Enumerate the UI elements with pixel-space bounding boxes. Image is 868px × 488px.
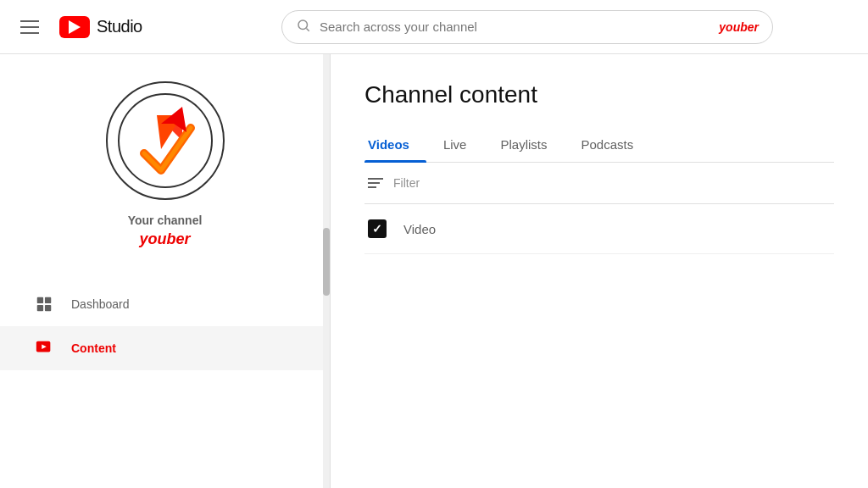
channel-name-sidebar: youber	[139, 230, 190, 248]
svg-rect-7	[37, 305, 43, 311]
channel-label: Your channel	[128, 214, 203, 227]
svg-line-1	[306, 28, 309, 30]
sidebar: Your channel youber Dashboard	[0, 54, 331, 488]
filter-icon	[368, 178, 383, 188]
tab-playlists[interactable]: Playlists	[483, 129, 564, 162]
tab-podcasts[interactable]: Podcasts	[564, 129, 650, 162]
filter-label: Filter	[393, 176, 420, 190]
tab-videos[interactable]: Videos	[364, 129, 426, 162]
dashboard-icon	[34, 294, 54, 314]
svg-rect-5	[37, 297, 43, 303]
dashboard-label: Dashboard	[71, 297, 130, 311]
scrollbar-thumb[interactable]	[323, 228, 330, 296]
search-icon	[296, 18, 311, 36]
header: Studio youber	[0, 0, 868, 54]
sidebar-item-content[interactable]: Content	[0, 326, 330, 370]
video-row-label: Video	[403, 222, 436, 236]
content-label: Content	[71, 341, 116, 355]
video-row[interactable]: Video	[364, 204, 834, 254]
svg-rect-6	[45, 297, 51, 303]
header-left: Studio	[14, 14, 200, 41]
svg-point-0	[298, 20, 308, 30]
youtube-logo-icon	[59, 16, 90, 38]
logo-area: Studio	[59, 16, 142, 38]
nav-items: Dashboard Content	[0, 282, 330, 370]
sidebar-item-dashboard[interactable]: Dashboard	[0, 282, 330, 326]
content-area: Channel content Videos Live Playlists Po…	[331, 54, 868, 488]
content-icon	[34, 338, 54, 358]
page-title: Channel content	[364, 81, 834, 108]
video-checkbox[interactable]	[368, 219, 387, 238]
filter-row[interactable]: Filter	[364, 163, 834, 204]
main-layout: Your channel youber Dashboard	[0, 54, 868, 488]
tab-live[interactable]: Live	[426, 129, 484, 162]
search-channel-name: youber	[719, 20, 759, 34]
menu-button[interactable]	[14, 14, 46, 41]
tabs: Videos Live Playlists Podcasts	[364, 129, 834, 163]
search-input[interactable]	[320, 19, 719, 34]
studio-text: Studio	[97, 17, 142, 36]
search-bar[interactable]: youber	[281, 10, 773, 44]
svg-rect-8	[45, 305, 51, 311]
scrollbar-track	[323, 54, 330, 488]
channel-avatar	[106, 81, 225, 200]
